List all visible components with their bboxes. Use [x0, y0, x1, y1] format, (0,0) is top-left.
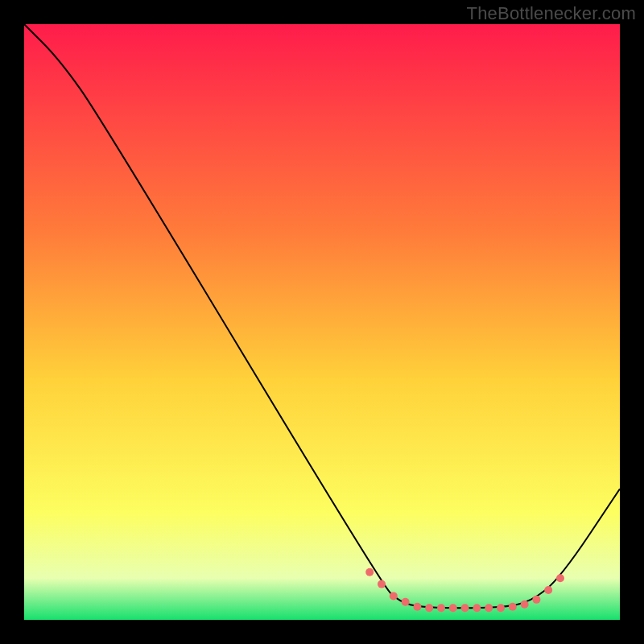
marker-dot: [521, 601, 529, 609]
marker-dot: [544, 586, 552, 594]
gradient-background: [24, 24, 620, 620]
marker-dot: [556, 574, 564, 582]
marker-dot: [378, 580, 386, 588]
marker-dot: [485, 604, 493, 612]
marker-dot: [497, 604, 505, 612]
chart-container: TheBottlenecker.com: [0, 0, 644, 644]
marker-dot: [532, 596, 540, 604]
marker-dot: [473, 604, 481, 612]
marker-dot: [449, 604, 457, 612]
marker-dot: [365, 568, 374, 576]
chart-svg: [24, 24, 620, 620]
marker-dot: [461, 604, 469, 612]
marker-dot: [509, 603, 517, 611]
attribution-label: TheBottlenecker.com: [467, 3, 636, 24]
marker-dot: [402, 598, 410, 606]
plot-area: [24, 24, 620, 620]
marker-dot: [437, 604, 445, 612]
marker-dot: [413, 603, 421, 611]
marker-dot: [390, 592, 398, 600]
marker-dot: [425, 604, 433, 612]
